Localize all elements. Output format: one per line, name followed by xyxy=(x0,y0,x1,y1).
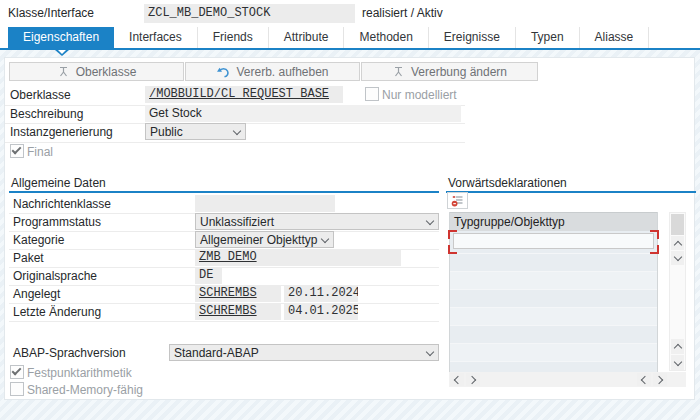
scroll-down-button[interactable] xyxy=(671,355,684,370)
chevron-left-icon xyxy=(641,375,649,383)
type-group-input[interactable] xyxy=(453,233,654,249)
class-name-input[interactable]: ZCL_MB_DEMO_STOCK xyxy=(144,4,355,23)
shared-memory-label: Shared-Memory-fähig xyxy=(27,383,143,397)
modeled-only-checkbox[interactable] xyxy=(365,87,379,101)
program-status-select[interactable]: Unklassifiziert xyxy=(195,213,439,230)
forward-section-underline xyxy=(446,191,696,193)
last-changed-user-field[interactable]: SCHREMBS xyxy=(195,303,281,320)
chevron-up-icon xyxy=(673,240,681,248)
shared-memory-checkbox[interactable] xyxy=(10,382,24,396)
table-row[interactable] xyxy=(450,325,657,343)
chevron-left-icon xyxy=(454,375,462,383)
final-label: Final xyxy=(27,145,53,159)
description-label: Beschreibung xyxy=(10,107,83,121)
created-by-label: Angelegt xyxy=(13,287,60,301)
package-label: Paket xyxy=(13,251,44,265)
table-row[interactable] xyxy=(450,307,657,325)
scroll-up-button[interactable] xyxy=(671,339,684,354)
inheritance-icon xyxy=(57,65,70,78)
general-data-section-title: Allgemeine Daten xyxy=(11,176,106,190)
scroll-left-button[interactable] xyxy=(637,373,651,386)
superclass-value-field[interactable]: /MOBBUILD/CL_REQUEST_BASE xyxy=(145,86,343,103)
abap-language-version-select[interactable]: Standard-ABAP xyxy=(169,344,439,361)
vertical-scrollbar[interactable] xyxy=(669,212,686,371)
delete-row-button[interactable] xyxy=(447,192,468,209)
scroll-down-button[interactable] xyxy=(671,251,684,265)
message-class-input[interactable] xyxy=(195,195,335,212)
description-input[interactable]: Get Stock xyxy=(145,105,461,122)
forward-declarations-section-title: Vorwärtsdeklarationen xyxy=(448,176,567,190)
tab-ereignisse[interactable]: Ereignisse xyxy=(429,27,516,48)
delete-row-icon xyxy=(451,194,465,207)
tab-eigenschaften[interactable]: Eigenschaften xyxy=(8,27,114,48)
last-changed-label: Letzte Änderung xyxy=(13,305,101,319)
modeled-only-label: Nur modelliert xyxy=(382,88,457,102)
general-section-underline xyxy=(9,191,439,193)
created-on-date-field[interactable]: 20.11.2024 xyxy=(284,285,358,302)
category-label: Kategorie xyxy=(13,233,64,247)
tab-typen[interactable]: Typen xyxy=(516,27,580,48)
chevron-down-icon xyxy=(233,126,241,134)
table-row-selected[interactable] xyxy=(450,231,657,253)
last-changed-date-field[interactable]: 04.01.2025 xyxy=(284,303,358,320)
instantiation-label: Instanzgenerierung xyxy=(10,125,113,139)
table-row[interactable] xyxy=(450,271,657,289)
original-language-label: Originalsprache xyxy=(13,269,97,283)
scroll-left-button[interactable] xyxy=(450,373,464,386)
scrollbar-thumb[interactable] xyxy=(671,214,684,235)
forward-declarations-table: Typgruppe/Objekttyp xyxy=(449,212,658,380)
table-row[interactable] xyxy=(450,289,657,307)
chevron-right-icon xyxy=(655,375,663,383)
tab-attribute[interactable]: Attribute xyxy=(269,27,345,48)
superclass-label: Oberklasse xyxy=(10,88,71,102)
scrollbar-corner xyxy=(669,372,686,387)
tab-aliasse[interactable]: Aliasse xyxy=(580,27,650,48)
undo-inheritance-button[interactable]: Vererb. aufheben xyxy=(185,62,360,81)
horizontal-scrollbar[interactable] xyxy=(449,372,669,387)
package-value-field[interactable]: ZMB_DEMO xyxy=(195,249,401,266)
superclass-button[interactable]: Oberklasse xyxy=(9,62,184,81)
chevron-down-icon xyxy=(673,357,681,365)
fixed-point-arithmetic-label: Festpunktarithmetik xyxy=(27,366,132,380)
tab-divider-line xyxy=(0,48,700,50)
final-checkbox[interactable] xyxy=(10,144,24,158)
chevron-up-icon xyxy=(673,344,681,352)
message-class-label: Nachrichtenklasse xyxy=(13,197,111,211)
chevron-down-icon xyxy=(321,234,329,242)
tab-methoden[interactable]: Methoden xyxy=(344,27,428,48)
tab-interfaces[interactable]: Interfaces xyxy=(114,27,198,48)
program-status-label: Programmstatus xyxy=(13,215,101,229)
abap-language-version-label: ABAP-Sprachversion xyxy=(13,346,126,360)
scroll-right-button[interactable] xyxy=(466,373,480,386)
change-inheritance-button[interactable]: Vererbung ändern xyxy=(361,62,538,81)
original-language-field[interactable]: DE xyxy=(195,267,222,284)
fixed-point-arithmetic-checkbox[interactable] xyxy=(10,365,24,379)
tab-friends[interactable]: Friends xyxy=(198,27,269,48)
chevron-down-icon xyxy=(673,253,681,261)
sap-class-builder-window: Klasse/Interface ZCL_MB_DEMO_STOCK reali… xyxy=(0,0,700,420)
scroll-up-button[interactable] xyxy=(671,236,684,250)
properties-content-panel: Oberklasse Vererb. aufheben Vererbung än… xyxy=(4,57,695,400)
chevron-down-icon xyxy=(426,347,434,355)
scroll-right-button[interactable] xyxy=(653,373,667,386)
class-interface-label: Klasse/Interface xyxy=(8,6,94,20)
chevron-down-icon xyxy=(426,216,434,224)
created-by-user-field[interactable]: SCHREMBS xyxy=(195,285,281,302)
tab-strip: Eigenschaften Interfaces Friends Attribu… xyxy=(0,27,700,48)
selection-bracket-icon xyxy=(448,230,457,239)
table-row[interactable] xyxy=(450,253,657,271)
table-row[interactable] xyxy=(450,343,657,361)
status-text: realisiert / Aktiv xyxy=(362,6,443,20)
chevron-right-icon xyxy=(468,375,476,383)
inheritance-icon xyxy=(392,65,405,78)
table-column-header[interactable]: Typgruppe/Objekttyp xyxy=(450,212,657,231)
category-select[interactable]: Allgemeiner Objekttyp xyxy=(195,231,334,248)
header-bar: Klasse/Interface ZCL_MB_DEMO_STOCK reali… xyxy=(0,0,700,27)
undo-icon xyxy=(216,66,230,78)
instantiation-select[interactable]: Public xyxy=(145,123,246,140)
